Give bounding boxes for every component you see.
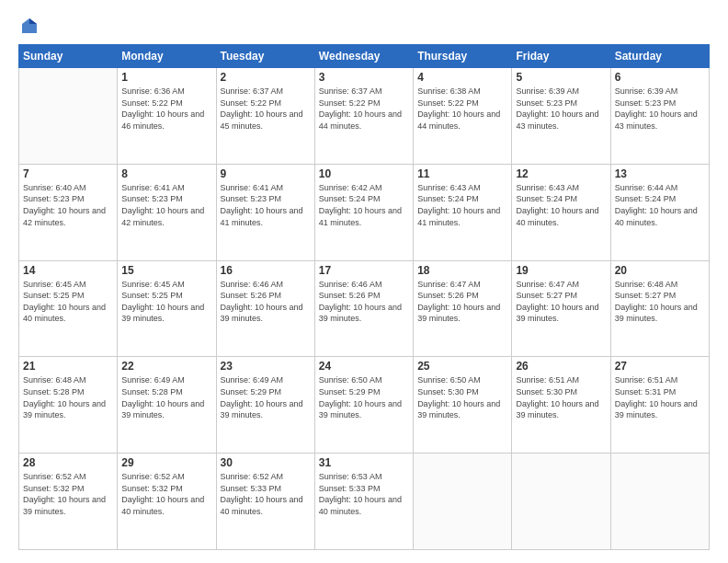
day-number: 6: [615, 71, 705, 84]
calendar-cell: 14Sunrise: 6:45 AMSunset: 5:25 PMDayligh…: [19, 260, 118, 357]
day-number: 29: [121, 456, 211, 469]
day-info: Sunrise: 6:40 AMSunset: 5:23 PMDaylight:…: [23, 182, 113, 228]
calendar-cell: 16Sunrise: 6:46 AMSunset: 5:26 PMDayligh…: [216, 260, 314, 357]
weekday-header-monday: Monday: [118, 45, 216, 68]
calendar-cell: 20Sunrise: 6:48 AMSunset: 5:27 PMDayligh…: [610, 260, 709, 357]
calendar-cell: 24Sunrise: 6:50 AMSunset: 5:29 PMDayligh…: [314, 357, 413, 454]
calendar-cell: 4Sunrise: 6:38 AMSunset: 5:22 PMDaylight…: [414, 68, 512, 165]
day-info: Sunrise: 6:43 AMSunset: 5:24 PMDaylight:…: [417, 182, 507, 228]
day-number: 31: [319, 456, 409, 469]
day-number: 4: [417, 71, 507, 84]
calendar-cell: 12Sunrise: 6:43 AMSunset: 5:24 PMDayligh…: [512, 164, 610, 260]
day-info: Sunrise: 6:48 AMSunset: 5:28 PMDaylight:…: [23, 374, 113, 420]
calendar-cell: 17Sunrise: 6:46 AMSunset: 5:26 PMDayligh…: [314, 260, 413, 357]
day-info: Sunrise: 6:39 AMSunset: 5:23 PMDaylight:…: [615, 86, 705, 132]
day-number: 1: [121, 71, 211, 84]
calendar-cell: 27Sunrise: 6:51 AMSunset: 5:31 PMDayligh…: [610, 357, 709, 454]
calendar-table: SundayMondayTuesdayWednesdayThursdayFrid…: [18, 44, 710, 550]
calendar-cell: 15Sunrise: 6:45 AMSunset: 5:25 PMDayligh…: [118, 260, 216, 357]
calendar-cell: [414, 454, 512, 550]
calendar-cell: 9Sunrise: 6:41 AMSunset: 5:23 PMDaylight…: [216, 164, 314, 260]
calendar-week-2: 7Sunrise: 6:40 AMSunset: 5:23 PMDaylight…: [19, 164, 710, 260]
weekday-header-tuesday: Tuesday: [216, 45, 314, 68]
calendar-cell: 2Sunrise: 6:37 AMSunset: 5:22 PMDaylight…: [216, 68, 314, 165]
day-number: 9: [221, 167, 311, 180]
calendar-week-5: 28Sunrise: 6:52 AMSunset: 5:32 PMDayligh…: [19, 454, 710, 550]
calendar-cell: 3Sunrise: 6:37 AMSunset: 5:22 PMDaylight…: [314, 68, 413, 165]
day-info: Sunrise: 6:51 AMSunset: 5:30 PMDaylight:…: [516, 374, 606, 420]
calendar-cell: [512, 454, 610, 550]
calendar-cell: 6Sunrise: 6:39 AMSunset: 5:23 PMDaylight…: [610, 68, 709, 165]
calendar-cell: 29Sunrise: 6:52 AMSunset: 5:32 PMDayligh…: [118, 454, 216, 550]
day-info: Sunrise: 6:50 AMSunset: 5:29 PMDaylight:…: [319, 374, 409, 420]
day-info: Sunrise: 6:38 AMSunset: 5:22 PMDaylight:…: [417, 86, 507, 132]
calendar-cell: 18Sunrise: 6:47 AMSunset: 5:26 PMDayligh…: [414, 260, 512, 357]
weekday-header-saturday: Saturday: [610, 45, 709, 68]
calendar-cell: [610, 454, 709, 550]
calendar-cell: 10Sunrise: 6:42 AMSunset: 5:24 PMDayligh…: [314, 164, 413, 260]
day-number: 25: [417, 360, 507, 373]
calendar-cell: 26Sunrise: 6:51 AMSunset: 5:30 PMDayligh…: [512, 357, 610, 454]
day-number: 14: [23, 264, 113, 277]
logo-line1: [18, 17, 39, 35]
day-info: Sunrise: 6:41 AMSunset: 5:23 PMDaylight:…: [221, 182, 311, 228]
calendar-cell: 5Sunrise: 6:39 AMSunset: 5:23 PMDaylight…: [512, 68, 610, 165]
calendar-cell: 22Sunrise: 6:49 AMSunset: 5:28 PMDayligh…: [118, 357, 216, 454]
weekday-header-wednesday: Wednesday: [314, 45, 413, 68]
header: [18, 17, 710, 35]
day-number: 17: [319, 264, 409, 277]
day-info: Sunrise: 6:36 AMSunset: 5:22 PMDaylight:…: [121, 86, 211, 132]
day-number: 18: [417, 264, 507, 277]
calendar-cell: 8Sunrise: 6:41 AMSunset: 5:23 PMDaylight…: [118, 164, 216, 260]
day-number: 19: [516, 264, 606, 277]
day-number: 10: [319, 167, 409, 180]
day-number: 16: [221, 264, 311, 277]
day-number: 11: [417, 167, 507, 180]
day-number: 26: [516, 360, 606, 373]
calendar-week-1: 1Sunrise: 6:36 AMSunset: 5:22 PMDaylight…: [19, 68, 710, 165]
calendar-cell: 11Sunrise: 6:43 AMSunset: 5:24 PMDayligh…: [414, 164, 512, 260]
day-info: Sunrise: 6:48 AMSunset: 5:27 PMDaylight:…: [615, 279, 705, 325]
day-info: Sunrise: 6:50 AMSunset: 5:30 PMDaylight:…: [417, 374, 507, 420]
weekday-header-sunday: Sunday: [19, 45, 118, 68]
day-number: 7: [23, 167, 113, 180]
day-info: Sunrise: 6:47 AMSunset: 5:26 PMDaylight:…: [417, 279, 507, 325]
calendar-cell: 25Sunrise: 6:50 AMSunset: 5:30 PMDayligh…: [414, 357, 512, 454]
day-info: Sunrise: 6:46 AMSunset: 5:26 PMDaylight:…: [319, 279, 409, 325]
calendar-cell: 23Sunrise: 6:49 AMSunset: 5:29 PMDayligh…: [216, 357, 314, 454]
day-info: Sunrise: 6:45 AMSunset: 5:25 PMDaylight:…: [121, 279, 211, 325]
page: SundayMondayTuesdayWednesdayThursdayFrid…: [0, 0, 728, 563]
day-number: 22: [121, 360, 211, 373]
day-info: Sunrise: 6:37 AMSunset: 5:22 PMDaylight:…: [221, 86, 311, 132]
day-number: 27: [615, 360, 705, 373]
calendar-cell: 28Sunrise: 6:52 AMSunset: 5:32 PMDayligh…: [19, 454, 118, 550]
calendar-cell: 13Sunrise: 6:44 AMSunset: 5:24 PMDayligh…: [610, 164, 709, 260]
day-number: 20: [615, 264, 705, 277]
calendar-cell: 7Sunrise: 6:40 AMSunset: 5:23 PMDaylight…: [19, 164, 118, 260]
day-info: Sunrise: 6:43 AMSunset: 5:24 PMDaylight:…: [516, 182, 606, 228]
day-number: 30: [221, 456, 311, 469]
day-info: Sunrise: 6:49 AMSunset: 5:29 PMDaylight:…: [221, 374, 311, 420]
day-number: 15: [121, 264, 211, 277]
day-number: 12: [516, 167, 606, 180]
day-number: 21: [23, 360, 113, 373]
day-number: 28: [23, 456, 113, 469]
day-info: Sunrise: 6:49 AMSunset: 5:28 PMDaylight:…: [121, 374, 211, 420]
day-info: Sunrise: 6:37 AMSunset: 5:22 PMDaylight:…: [319, 86, 409, 132]
day-info: Sunrise: 6:52 AMSunset: 5:32 PMDaylight:…: [121, 471, 211, 517]
day-number: 3: [319, 71, 409, 84]
weekday-header-row: SundayMondayTuesdayWednesdayThursdayFrid…: [19, 45, 710, 68]
day-info: Sunrise: 6:46 AMSunset: 5:26 PMDaylight:…: [221, 279, 311, 325]
calendar-cell: 1Sunrise: 6:36 AMSunset: 5:22 PMDaylight…: [118, 68, 216, 165]
weekday-header-thursday: Thursday: [414, 45, 512, 68]
day-number: 24: [319, 360, 409, 373]
calendar-cell: 31Sunrise: 6:53 AMSunset: 5:33 PMDayligh…: [314, 454, 413, 550]
day-number: 13: [615, 167, 705, 180]
day-info: Sunrise: 6:39 AMSunset: 5:23 PMDaylight:…: [516, 86, 606, 132]
day-info: Sunrise: 6:47 AMSunset: 5:27 PMDaylight:…: [516, 279, 606, 325]
svg-marker-1: [29, 18, 37, 24]
calendar-week-3: 14Sunrise: 6:45 AMSunset: 5:25 PMDayligh…: [19, 260, 710, 357]
day-number: 8: [121, 167, 211, 180]
day-info: Sunrise: 6:52 AMSunset: 5:32 PMDaylight:…: [23, 471, 113, 517]
day-info: Sunrise: 6:41 AMSunset: 5:23 PMDaylight:…: [121, 182, 211, 228]
